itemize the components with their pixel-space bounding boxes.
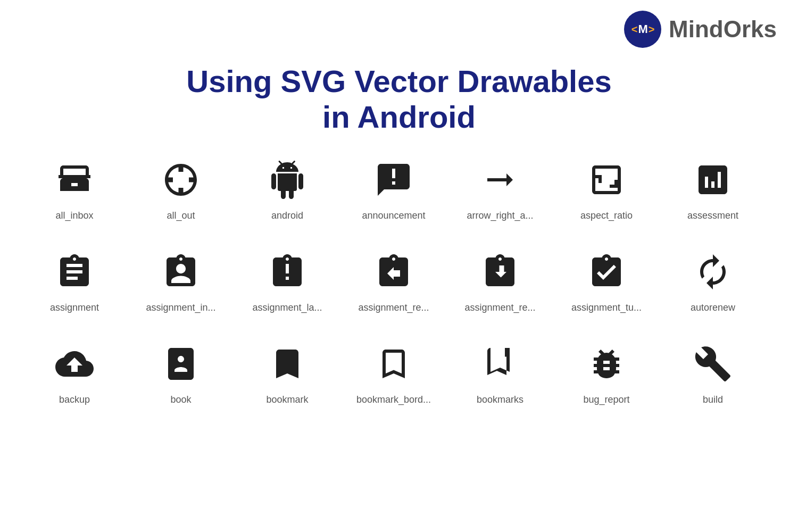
svg-rect-1 xyxy=(179,188,184,193)
icon-item-assignment[interactable]: assignment xyxy=(21,248,128,313)
book-label: book xyxy=(170,394,191,405)
assessment-icon xyxy=(689,156,737,204)
bookmarks-label: bookmarks xyxy=(477,394,523,405)
backup-icon xyxy=(51,340,98,388)
icon-item-bug-report[interactable]: bug_report xyxy=(553,340,660,405)
announcement-icon xyxy=(370,156,418,204)
all-out-icon xyxy=(157,156,205,204)
logo-right-arrow: > xyxy=(649,23,654,36)
bookmark-icon xyxy=(263,340,311,388)
aspect-ratio-label: aspect_ratio xyxy=(580,210,633,221)
assignment-turned-in-icon xyxy=(583,248,630,296)
assignment-returned-icon xyxy=(476,248,524,296)
logo-brand-name: MindOrks xyxy=(669,16,777,43)
assignment-return-icon xyxy=(370,248,418,296)
bug-report-icon xyxy=(583,340,630,388)
bookmark-border-label: bookmark_bord... xyxy=(356,394,431,405)
logo-m: M xyxy=(638,22,647,36)
header: < M > MindOrks xyxy=(0,0,798,53)
assignment-turned-in-label: assignment_tu... xyxy=(571,302,642,313)
logo-icon: < M > xyxy=(624,11,661,48)
icon-item-assignment-return[interactable]: assignment_re... xyxy=(340,248,447,313)
assessment-label: assessment xyxy=(687,210,738,221)
icon-item-book[interactable]: book xyxy=(128,340,234,405)
icon-item-assignment-late[interactable]: assignment_la... xyxy=(234,248,340,313)
icon-item-bookmarks[interactable]: bookmarks xyxy=(447,340,553,405)
bookmarks-icon xyxy=(476,340,524,388)
icon-item-android[interactable]: android xyxy=(234,156,340,221)
bookmark-border-icon xyxy=(370,340,418,388)
icon-item-assignment-ind[interactable]: assignment_in... xyxy=(128,248,234,313)
assignment-late-icon xyxy=(263,248,311,296)
book-icon xyxy=(157,340,205,388)
android-label: android xyxy=(271,210,303,221)
android-icon xyxy=(263,156,311,204)
aspect-ratio-icon xyxy=(583,156,630,204)
build-label: build xyxy=(703,394,723,405)
assignment-late-label: assignment_la... xyxy=(252,302,322,313)
announcement-label: announcement xyxy=(362,210,425,221)
all-inbox-icon xyxy=(51,156,98,204)
autorenew-label: autorenew xyxy=(691,302,735,313)
arrow-right-alt-icon xyxy=(476,156,524,204)
svg-rect-3 xyxy=(189,178,194,182)
build-icon xyxy=(689,340,737,388)
icons-section: all_inbox all_out android xyxy=(0,156,798,453)
icon-item-backup[interactable]: backup xyxy=(21,340,128,405)
assignment-ind-icon xyxy=(157,248,205,296)
icon-item-assessment[interactable]: assessment xyxy=(660,156,766,221)
assignment-icon xyxy=(51,248,98,296)
icon-item-assignment-returned[interactable]: assignment_re... xyxy=(447,248,553,313)
page-title: Using SVG Vector Drawables in Android xyxy=(0,64,798,135)
icons-row-1: all_inbox all_out android xyxy=(21,156,777,221)
arrow-right-alt-label: arrow_right_a... xyxy=(467,210,533,221)
icon-item-autorenew[interactable]: autorenew xyxy=(660,248,766,313)
all-out-label: all_out xyxy=(167,210,195,221)
icon-item-build[interactable]: build xyxy=(660,340,766,405)
autorenew-icon xyxy=(689,248,737,296)
bug-report-label: bug_report xyxy=(583,394,629,405)
bookmark-label: bookmark xyxy=(266,394,308,405)
icon-item-assignment-turned-in[interactable]: assignment_tu... xyxy=(553,248,660,313)
icon-item-all-inbox[interactable]: all_inbox xyxy=(21,156,128,221)
assignment-return-label: assignment_re... xyxy=(358,302,429,313)
svg-rect-0 xyxy=(179,167,184,172)
icon-item-arrow-right-alt[interactable]: arrow_right_a... xyxy=(447,156,553,221)
all-inbox-label: all_inbox xyxy=(55,210,93,221)
icon-item-bookmark-border[interactable]: bookmark_bord... xyxy=(340,340,447,405)
icon-item-aspect-ratio[interactable]: aspect_ratio xyxy=(553,156,660,221)
assignment-returned-label: assignment_re... xyxy=(464,302,535,313)
icon-item-announcement[interactable]: announcement xyxy=(340,156,447,221)
assignment-label: assignment xyxy=(50,302,99,313)
icon-item-all-out[interactable]: all_out xyxy=(128,156,234,221)
logo-left-arrow: < xyxy=(631,23,637,36)
icon-item-bookmark[interactable]: bookmark xyxy=(234,340,340,405)
icons-row-3: backup book bookmark xyxy=(21,340,777,405)
svg-rect-2 xyxy=(168,178,173,182)
icons-row-2: assignment assignment_in... assignment_l… xyxy=(21,248,777,313)
backup-label: backup xyxy=(59,394,90,405)
assignment-ind-label: assignment_in... xyxy=(146,302,215,313)
